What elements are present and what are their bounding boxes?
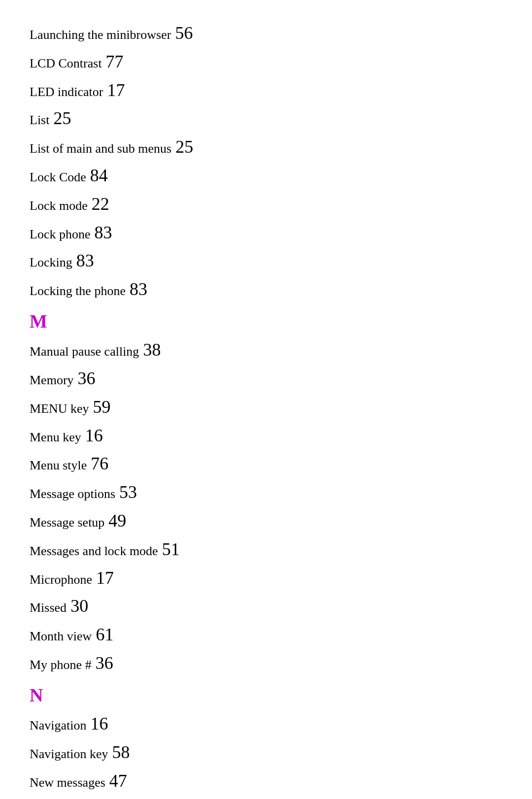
list-item: LED indicator17 <box>30 77 502 104</box>
entry-text: Month view <box>30 627 92 646</box>
entry-number: 30 <box>70 593 88 620</box>
entry-number: 47 <box>109 767 127 795</box>
entry-text: Lock Code <box>30 167 86 187</box>
entry-text: Lock phone <box>30 225 90 244</box>
entry-text: New messages <box>30 773 105 793</box>
list-item: Microphone17 <box>30 565 502 592</box>
entry-number: 83 <box>76 247 94 275</box>
entry-text: Locking the phone <box>30 281 126 301</box>
entry-number: 83 <box>94 219 112 247</box>
list-item: Navigation key58 <box>30 739 502 766</box>
entry-text: Missed <box>30 598 66 618</box>
entry-text: List of main and sub menus <box>30 139 171 159</box>
list-item: Navigation16 <box>30 710 502 738</box>
entry-text: LCD Contrast <box>30 54 102 73</box>
section-letter-n: N <box>30 682 502 708</box>
entry-number: 53 <box>119 479 137 506</box>
list-item: My phone #36 <box>30 650 502 677</box>
entry-number: 16 <box>91 710 108 738</box>
entry-number: 38 <box>143 336 161 364</box>
entry-text: Lock mode <box>30 196 88 216</box>
entry-text: Memory <box>30 370 74 390</box>
entry-number: 16 <box>85 422 103 450</box>
entry-number: 17 <box>96 565 114 592</box>
entry-number: 59 <box>93 394 111 421</box>
entry-text: List <box>30 110 49 130</box>
list-item: Launching the minibrowser56 <box>30 20 502 47</box>
list-item: Locking83 <box>30 247 502 275</box>
entry-number: 25 <box>175 133 193 161</box>
entry-text: Menu key <box>30 428 81 447</box>
section-letter-m: M <box>30 308 502 334</box>
entry-number: 59 <box>100 796 118 799</box>
entry-number: 61 <box>96 621 113 649</box>
list-item: Menu style76 <box>30 450 502 478</box>
entry-number: 56 <box>175 20 193 47</box>
entry-text: My phone # <box>30 655 92 675</box>
entry-number: 36 <box>78 365 96 393</box>
entry-text: Navigation key <box>30 744 108 764</box>
entry-number: 51 <box>162 536 180 564</box>
entry-text: Navigation <box>30 716 87 735</box>
list-item: Lock mode22 <box>30 191 502 218</box>
entry-text: MENU key <box>30 399 89 419</box>
entry-text: Message setup <box>30 513 104 533</box>
entry-text: Manual pause calling <box>30 342 139 362</box>
list-item: List of main and sub menus25 <box>30 133 502 161</box>
entry-text: Message options <box>30 484 115 504</box>
entry-number: 58 <box>112 739 130 766</box>
list-item: Locking the phone83 <box>30 276 502 303</box>
entry-text: Locking <box>30 253 72 272</box>
entry-text: Microphone <box>30 570 92 590</box>
entry-text: Messages and lock mode <box>30 541 158 561</box>
list-item: Menu key16 <box>30 422 502 450</box>
list-item: Missed30 <box>30 593 502 620</box>
entry-number: 17 <box>107 77 125 104</box>
list-item: Message setup49 <box>30 507 502 535</box>
list-item: Lock Code84 <box>30 162 502 190</box>
index-list: Launching the minibrowser56LCD Contrast7… <box>30 20 502 799</box>
list-item: New messages47 <box>30 767 502 795</box>
list-item: Lock phone83 <box>30 219 502 247</box>
list-item: List25 <box>30 105 502 133</box>
entry-text: LED indicator <box>30 82 103 102</box>
entry-text: Launching the minibrowser <box>30 25 171 45</box>
list-item: Numbers 1-959 <box>30 796 502 799</box>
entry-text: Menu style <box>30 456 87 475</box>
list-item: Message options53 <box>30 479 502 506</box>
entry-number: 25 <box>53 105 71 133</box>
entry-number: 22 <box>92 191 109 218</box>
entry-number: 76 <box>91 450 108 478</box>
entry-number: 84 <box>90 162 108 190</box>
list-item: Month view61 <box>30 621 502 649</box>
list-item: Memory36 <box>30 365 502 393</box>
list-item: LCD Contrast77 <box>30 48 502 76</box>
list-item: MENU key59 <box>30 394 502 421</box>
entry-number: 83 <box>130 276 147 303</box>
entry-number: 77 <box>106 48 124 76</box>
list-item: Messages and lock mode51 <box>30 536 502 564</box>
entry-number: 49 <box>108 507 126 535</box>
entry-number: 36 <box>96 650 113 677</box>
list-item: Manual pause calling38 <box>30 336 502 364</box>
